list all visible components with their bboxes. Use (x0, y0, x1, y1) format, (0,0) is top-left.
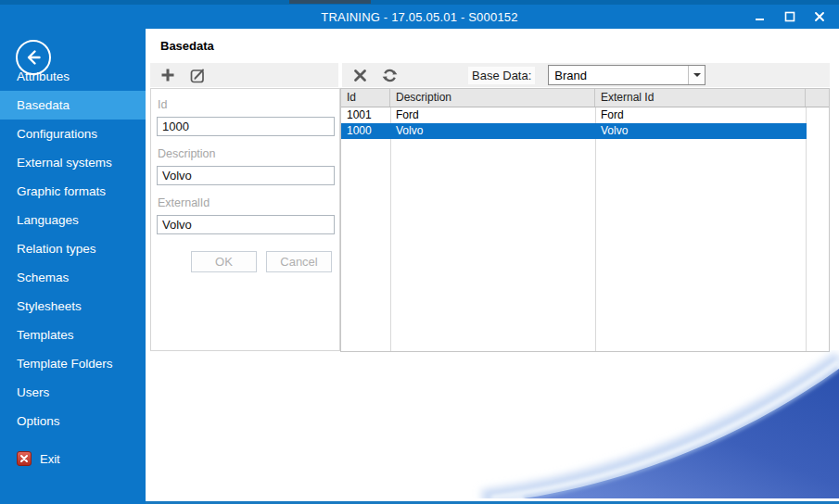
close-icon (814, 11, 825, 22)
titlebar: TRAINING - 17.05.05.01 - S000152 (0, 5, 839, 29)
base-data-label: Base Data: (468, 67, 535, 84)
externalid-field[interactable] (157, 215, 335, 234)
delete-icon (353, 69, 367, 82)
description-field[interactable] (157, 166, 335, 185)
sidebar-item-stylesheets[interactable]: Stylesheets (0, 292, 146, 321)
close-button[interactable] (807, 6, 832, 27)
base-data-dropdown-value: Brand (549, 69, 688, 82)
sidebar-item-templates[interactable]: Templates (0, 321, 146, 349)
column-header-id[interactable]: Id (341, 89, 390, 107)
cell-external-id: Ford (595, 107, 806, 123)
sidebar: Attributes Basedata Configurations Exter… (0, 29, 146, 504)
id-field[interactable] (157, 117, 335, 136)
window-controls (748, 5, 832, 29)
form-buttons: OK Cancel (157, 251, 334, 272)
sidebar-item-languages[interactable]: Languages (0, 206, 146, 234)
record-form: Id Description ExternalId OK Cancel (150, 88, 340, 351)
exit-icon (17, 451, 32, 466)
sidebar-nav: Attributes Basedata Configurations Exter… (0, 62, 146, 470)
minimize-button[interactable] (748, 6, 772, 27)
ok-button[interactable]: OK (191, 251, 257, 272)
cell-description: Ford (390, 107, 595, 123)
chevron-down-icon (693, 73, 701, 77)
sidebar-item-schemas[interactable]: Schemas (0, 263, 146, 292)
column-header-external-id[interactable]: External Id (595, 89, 806, 107)
delete-button[interactable] (350, 65, 370, 85)
refresh-icon (382, 68, 398, 83)
column-header-description[interactable]: Description (390, 89, 595, 107)
sidebar-item-relation-types[interactable]: Relation types (0, 234, 146, 263)
sidebar-item-attributes[interactable]: Attributes (0, 62, 146, 91)
sidebar-item-configurations[interactable]: Configurations (0, 120, 146, 148)
table-header: Id Description External Id (341, 89, 829, 107)
cancel-button[interactable]: Cancel (266, 251, 332, 272)
sidebar-item-users[interactable]: Users (0, 378, 146, 407)
maximize-button[interactable] (778, 6, 802, 27)
basedata-table: Id Description External Id 1001 Ford For… (340, 88, 830, 352)
edit-icon (190, 68, 206, 83)
table-row-selected[interactable]: 1000 Volvo Volvo (341, 123, 807, 139)
maximize-icon (784, 11, 795, 22)
cell-external-id: Volvo (595, 123, 806, 139)
exit-label: Exit (40, 452, 60, 466)
table-row[interactable]: 1001 Ford Ford (341, 107, 829, 123)
cell-id: 1000 (341, 123, 390, 139)
sidebar-item-basedata[interactable]: Basedata (0, 91, 146, 120)
sidebar-item-graphic-formats[interactable]: Graphic formats (0, 177, 146, 206)
swoosh-decoration (352, 350, 839, 498)
add-button[interactable] (158, 65, 178, 85)
column-header-filler (806, 89, 829, 107)
sidebar-item-template-folders[interactable]: Template Folders (0, 349, 146, 378)
background-window-fragment (289, 0, 371, 4)
description-label: Description (158, 147, 334, 160)
form-toolbar (150, 63, 338, 87)
sidebar-item-options[interactable]: Options (0, 407, 146, 435)
application-window: TRAINING - 17.05.05.01 - S000152 (0, 0, 839, 504)
cell-id: 1001 (341, 107, 390, 123)
refresh-button[interactable] (379, 65, 400, 85)
edit-button[interactable] (187, 65, 208, 85)
add-icon (160, 68, 175, 82)
base-data-dropdown[interactable]: Brand (548, 65, 706, 85)
page-title: Basedata (160, 39, 214, 53)
cell-description: Volvo (390, 123, 595, 139)
externalid-label: ExternalId (158, 196, 334, 209)
window-title: TRAINING - 17.05.05.01 - S000152 (321, 10, 517, 24)
sidebar-item-exit[interactable]: Exit (0, 447, 146, 470)
minimize-icon (755, 11, 766, 22)
toolbar: Base Data: Brand (150, 63, 830, 87)
main-content: Basedata (146, 29, 839, 504)
sidebar-item-external-systems[interactable]: External systems (0, 148, 146, 177)
dropdown-button[interactable] (688, 66, 705, 84)
id-label: Id (158, 98, 334, 111)
table-toolbar: Base Data: Brand (342, 63, 830, 87)
